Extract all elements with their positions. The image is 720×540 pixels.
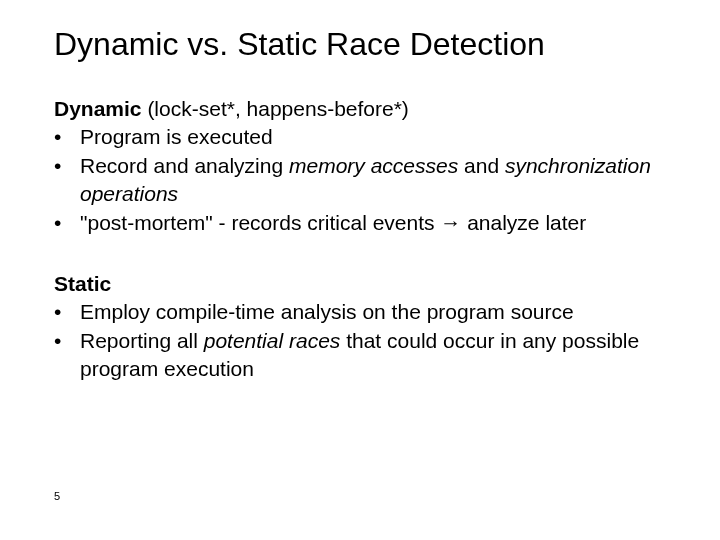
dynamic-bullets: Program is executed Record and analyzing… (54, 123, 680, 236)
dynamic-section: Dynamic (lock-set*, happens-before*) Pro… (54, 97, 680, 236)
static-section: Static Employ compile-time analysis on t… (54, 272, 680, 382)
dynamic-heading: Dynamic (54, 97, 142, 120)
bullet-item: Employ compile-time analysis on the prog… (54, 298, 680, 325)
bullet-item: "post-mortem" - records critical events … (54, 209, 680, 236)
static-heading: Static (54, 272, 111, 295)
static-bullets: Employ compile-time analysis on the prog… (54, 298, 680, 382)
bullet-item: Record and analyzing memory accesses and… (54, 152, 680, 207)
bullet-item: Reporting all potential races that could… (54, 327, 680, 382)
slide-title: Dynamic vs. Static Race Detection (54, 26, 680, 63)
page-number: 5 (54, 490, 60, 502)
dynamic-subheading: (lock-set*, happens-before*) (142, 97, 409, 120)
slide: Dynamic vs. Static Race Detection Dynami… (0, 0, 720, 540)
bullet-item: Program is executed (54, 123, 680, 150)
